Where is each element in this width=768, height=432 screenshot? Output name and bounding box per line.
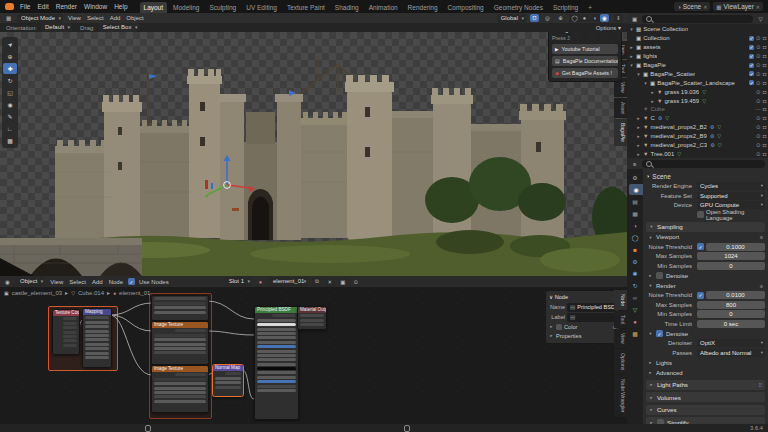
properties-display-icon[interactable]: ≡: [630, 160, 639, 168]
properties-search[interactable]: [642, 160, 765, 168]
tool-rotate-icon[interactable]: ↻: [3, 75, 17, 86]
disable-render-icon[interactable]: ◘: [763, 89, 766, 95]
tool-measure-icon[interactable]: ∟: [3, 123, 17, 134]
tool-transform-icon[interactable]: ◉: [3, 99, 17, 110]
tab-scripting[interactable]: Scripting: [549, 2, 582, 13]
snap-magnet-icon[interactable]: Ω: [530, 14, 539, 22]
node-material-output[interactable]: Material Output: [297, 306, 327, 330]
disable-render-icon[interactable]: ◘: [763, 44, 766, 50]
npanel-properties-section[interactable]: ▸Properties: [549, 331, 616, 340]
outliner-row-collection[interactable]: ▣Collection ✓⊙◘: [629, 34, 766, 43]
tab-render-properties[interactable]: ◉: [629, 184, 643, 195]
view-layer-remove-icon[interactable]: ✕: [756, 4, 760, 10]
node-image-texture-1[interactable]: [151, 295, 209, 321]
editor-type-icon[interactable]: ◉: [3, 278, 12, 286]
hide-eye-icon[interactable]: ⊙: [756, 89, 761, 95]
feature-set-dropdown[interactable]: Supported: [697, 192, 765, 200]
hide-eye-icon[interactable]: ⊙: [756, 142, 761, 148]
volumes-section[interactable]: ▸Volumes: [646, 392, 765, 402]
shading-rendered-icon[interactable]: ◉: [600, 14, 609, 22]
outliner-row-bagapie[interactable]: ▾▣BagaPie ✓⊙◘: [629, 61, 766, 70]
viewport-options-dropdown[interactable]: Options ▾: [596, 24, 621, 31]
viewport-max-samples-value[interactable]: 1024: [697, 252, 765, 260]
outliner-row-cube[interactable]: ▼Cube —◘: [629, 105, 766, 114]
tab-scene-properties[interactable]: ◑: [627, 220, 643, 231]
shader-tab-view[interactable]: View: [614, 329, 627, 348]
exclude-checkbox[interactable]: ✓: [749, 63, 754, 68]
shading-wireframe-icon[interactable]: ◯: [570, 14, 579, 22]
outliner-filter-icon[interactable]: ▽: [756, 15, 765, 23]
viewport-denoise-checkbox[interactable]: [656, 272, 663, 279]
transform-orientation-dropdown[interactable]: Global: [497, 14, 526, 23]
render-max-samples-value[interactable]: 800: [697, 301, 765, 309]
shader-type-dropdown[interactable]: Object: [16, 277, 45, 286]
preset-icon[interactable]: ⠿: [758, 382, 762, 388]
outliner-row-scatter-landscape[interactable]: ▾▣BagaPie_Scatter_Landscape ✓⊙◘: [629, 78, 766, 87]
outliner-display-mode-icon[interactable]: ▣: [630, 15, 639, 23]
hide-eye-icon[interactable]: ⊙: [756, 151, 761, 157]
node-normal-map[interactable]: Normal Map: [212, 364, 244, 397]
outliner-row-lights[interactable]: ▸▣lights ✓⊙◘: [629, 52, 766, 61]
render-denoise-checkbox[interactable]: ✓: [656, 330, 663, 337]
material-name-field[interactable]: element_01: [269, 277, 308, 286]
tab-animation[interactable]: Animation: [365, 2, 402, 13]
tab-layout[interactable]: Layout: [140, 2, 168, 13]
exclude-checkbox[interactable]: ✓: [749, 80, 754, 85]
npanel-node-section[interactable]: ∨ Node: [549, 294, 616, 300]
viewport-menu-object[interactable]: Object: [125, 15, 144, 21]
sidebar-tab-asset[interactable]: Asset: [614, 98, 627, 119]
disable-render-icon[interactable]: ◘: [763, 106, 766, 112]
hide-eye-icon[interactable]: ⊙: [756, 35, 761, 41]
disable-render-icon[interactable]: ◘: [763, 151, 766, 157]
sidebar-tab-bagapie[interactable]: BagaPie: [614, 119, 627, 146]
tool-move-icon[interactable]: ✚: [3, 63, 17, 74]
menu-render[interactable]: Render: [55, 3, 78, 10]
shader-menu-node[interactable]: Node: [108, 279, 124, 285]
outliner-search[interactable]: [642, 15, 753, 23]
viewport-menu-view[interactable]: View: [67, 15, 82, 21]
unlink-material-button[interactable]: ✕: [325, 278, 334, 286]
render-noise-threshold-checkbox[interactable]: ✓: [697, 292, 704, 299]
menu-edit[interactable]: Edit: [36, 3, 49, 10]
viewport-menu-select[interactable]: Select: [86, 15, 105, 21]
shader-tab-node-wrangler[interactable]: Node Wrangler: [614, 375, 627, 417]
disable-render-icon[interactable]: ◘: [763, 71, 766, 77]
blender-logo-icon[interactable]: [5, 3, 14, 10]
shader-tab-options[interactable]: Options: [614, 349, 627, 374]
disable-render-icon[interactable]: ◘: [763, 62, 766, 68]
hide-eye-icon[interactable]: ⊙: [756, 53, 761, 59]
hide-eye-icon[interactable]: ⊙: [756, 71, 761, 77]
get-bagapie-assets-button[interactable]: ◆ Get BagaPie Assets !: [552, 68, 618, 78]
menu-window[interactable]: Window: [83, 3, 108, 10]
shader-tab-tool[interactable]: Tool: [614, 311, 627, 328]
tab-data-properties[interactable]: ▽: [627, 304, 643, 315]
exclude-checkbox[interactable]: ✓: [749, 54, 754, 59]
render-preview[interactable]: [0, 32, 627, 276]
tool-cursor-icon[interactable]: ⊕: [3, 51, 17, 62]
new-material-button[interactable]: ⧉: [312, 278, 321, 286]
preset-icon[interactable]: ≡: [760, 234, 763, 240]
tab-compositing[interactable]: Compositing: [444, 2, 488, 13]
disable-render-icon[interactable]: ◘: [763, 133, 766, 139]
simplify-section[interactable]: ▸Simplify: [646, 417, 765, 424]
disable-render-icon[interactable]: ◘: [763, 142, 766, 148]
tab-physics-properties[interactable]: ↻: [627, 280, 643, 291]
outliner-row-medieval-b2[interactable]: ▸▼medieval_props2_B2⚙▽ ⊙◘: [629, 123, 766, 132]
tab-modifier-properties[interactable]: ⚙: [627, 256, 643, 267]
passes-dropdown[interactable]: Albedo and Normal: [697, 349, 765, 357]
move-gizmo[interactable]: [200, 152, 260, 212]
curves-section[interactable]: ▸Curves: [646, 405, 765, 415]
youtube-tutorial-button[interactable]: ▶ Youtube Tutorial: [552, 44, 618, 54]
viewport-noise-threshold-value[interactable]: 0.1000: [706, 243, 765, 251]
tab-particles-properties[interactable]: ✱: [627, 268, 643, 279]
preset-icon[interactable]: ≡: [760, 283, 763, 289]
viewport-subsection[interactable]: ▾Viewport≡: [646, 233, 765, 242]
scene-selector[interactable]: ◑ Scene ✕: [674, 2, 710, 11]
denoiser-dropdown[interactable]: OptiX: [697, 339, 765, 347]
viewport-min-samples-value[interactable]: 0: [697, 262, 765, 270]
shader-menu-select[interactable]: Select: [68, 279, 87, 285]
menu-file[interactable]: File: [19, 3, 31, 10]
tab-texture-properties[interactable]: ▩: [627, 328, 643, 339]
outliner-row-grass-2[interactable]: ▸▼grass 19.459▽ ⊙◘: [629, 96, 766, 105]
osl-checkbox[interactable]: [697, 211, 704, 218]
